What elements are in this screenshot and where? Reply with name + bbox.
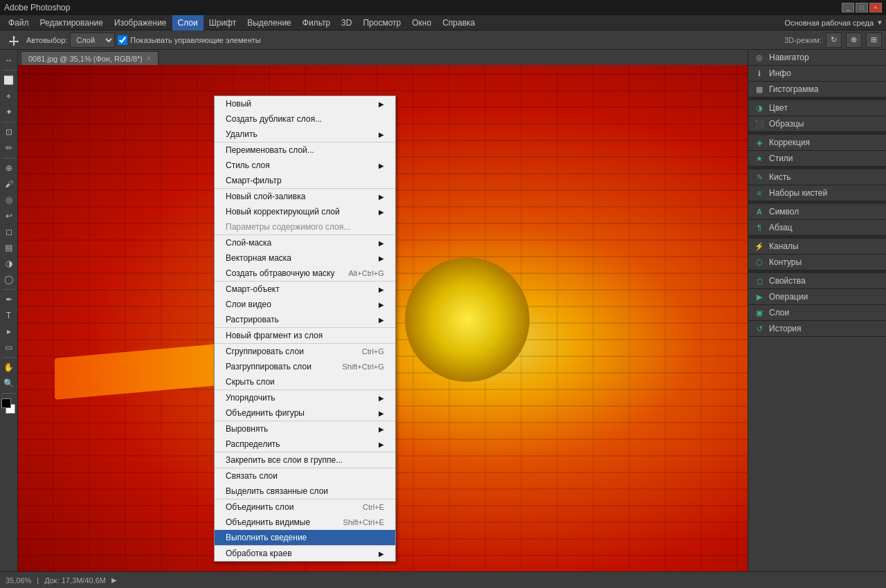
panel-header-paths[interactable]: ⬡ Контуры xyxy=(748,255,886,270)
transform-checkbox[interactable] xyxy=(118,35,127,45)
panel-header-brush-presets[interactable]: ≡ Наборы кистей xyxy=(748,185,886,201)
panel-section-swatches: ⬛ Образцы xyxy=(748,116,886,132)
tool-text[interactable]: T xyxy=(1,308,17,323)
tool-crop[interactable]: ⊡ xyxy=(1,125,17,140)
tool-path-select[interactable]: ▸ xyxy=(1,324,17,339)
close-button[interactable]: × xyxy=(869,3,882,12)
menu-item-align[interactable]: Выровнять ▶ xyxy=(215,421,395,437)
tab-close-button[interactable]: × xyxy=(147,55,151,62)
panel-header-actions[interactable]: ▶ Операции xyxy=(748,289,886,304)
menu-item-flatten[interactable]: Выполнить сведение xyxy=(215,530,395,545)
histogram-icon: ▦ xyxy=(754,84,765,95)
menu-item-duplicate[interactable]: Создать дубликат слоя... xyxy=(215,111,395,127)
menu-window[interactable]: Окно xyxy=(406,15,437,30)
menu-item-new[interactable]: Новый ▶ xyxy=(215,96,395,111)
menu-item-distribute[interactable]: Распределить ▶ xyxy=(215,437,395,452)
tool-move[interactable]: ↔ xyxy=(1,53,17,68)
canvas-tab-main[interactable]: 0081.jpg @ 35,1% (Фон, RGB/8*) × xyxy=(21,51,159,65)
menu-item-video-layers[interactable]: Слои видео ▶ xyxy=(215,297,395,312)
tool-marquee[interactable]: ⬜ xyxy=(1,73,17,88)
panel-header-color[interactable]: ◑ Цвет xyxy=(748,100,886,116)
menu-item-select-linked[interactable]: Выделить связанные слои xyxy=(215,484,395,499)
move-tool-options[interactable] xyxy=(4,33,24,48)
menu-item-rename[interactable]: Переименовать слой... xyxy=(215,143,395,158)
tool-lasso[interactable]: ⌖ xyxy=(1,89,17,104)
menu-item-merge-visible[interactable]: Объединить видимые Shift+Ctrl+E xyxy=(215,515,395,530)
menu-item-new-fill[interactable]: Новый слой-заливка ▶ xyxy=(215,189,395,204)
menu-item-matting[interactable]: Обработка краев ▶ xyxy=(215,546,395,561)
menu-item-video-layers-label: Слои видео xyxy=(226,300,271,309)
menu-item-vector-mask[interactable]: Векторная маска ▶ xyxy=(215,250,395,266)
tool-dodge[interactable]: ◯ xyxy=(1,272,17,287)
menu-item-smart-filter[interactable]: Смарт-фильтр xyxy=(215,173,395,188)
menu-item-hide-layers[interactable]: Скрыть слои xyxy=(215,374,395,389)
maximize-button[interactable]: □ xyxy=(856,3,868,12)
tool-hand[interactable]: ✋ xyxy=(1,360,17,375)
foreground-color[interactable] xyxy=(1,398,11,408)
panel-header-corrections[interactable]: ◈ Коррекция xyxy=(748,135,886,150)
panel-header-props[interactable]: ◻ Свойства xyxy=(748,273,886,288)
panel-header-layers[interactable]: ▣ Слои xyxy=(748,305,886,320)
menu-view[interactable]: Просмотр xyxy=(357,15,406,30)
menu-item-layer-style[interactable]: Стиль слоя ▶ xyxy=(215,158,395,173)
panel-header-channels[interactable]: ⚡ Каналы xyxy=(748,239,886,254)
tool-zoom[interactable]: 🔍 xyxy=(1,376,17,391)
menu-filter[interactable]: Фильтр xyxy=(297,15,336,30)
menu-item-link[interactable]: Связать слои xyxy=(215,468,395,484)
menu-item-new-adjust[interactable]: Новый корректирующий слой ▶ xyxy=(215,204,395,219)
menu-item-lock-all[interactable]: Закрепить все слои в группе... xyxy=(215,452,395,468)
workspace-arrow[interactable]: ▼ xyxy=(876,19,883,26)
para-label: Абзац xyxy=(769,223,793,232)
panel-header-histogram[interactable]: ▦ Гистограмма xyxy=(748,82,886,97)
menu-item-new-slice[interactable]: Новый фрагмент из слоя xyxy=(215,328,395,343)
menu-item-ungroup[interactable]: Разгруппировать слои Shift+Ctrl+G xyxy=(215,359,395,374)
menu-file[interactable]: Файл xyxy=(3,15,35,30)
3d-pan[interactable]: ⊕ xyxy=(846,33,862,48)
menu-overlay[interactable]: Новый ▶ Создать дубликат слоя... Удалить… xyxy=(18,65,748,571)
menu-layers[interactable]: Слои xyxy=(172,15,204,30)
menu-item-merge-visible-label: Объединить видимые xyxy=(226,517,310,527)
menu-image[interactable]: Изображение xyxy=(109,15,172,30)
menu-font[interactable]: Шрифт xyxy=(204,15,242,30)
menu-item-group-layers[interactable]: Сгруппировать слои Ctrl+G xyxy=(215,344,395,359)
tool-history-brush[interactable]: ↩ xyxy=(1,208,17,223)
menu-item-delete[interactable]: Удалить ▶ xyxy=(215,127,395,142)
menu-item-smart-object[interactable]: Смарт-объект ▶ xyxy=(215,282,395,297)
tool-magic-wand[interactable]: ✦ xyxy=(1,104,17,120)
menu-item-clipping-mask[interactable]: Создать обтравочную маску Alt+Ctrl+G xyxy=(215,266,395,281)
menu-edit[interactable]: Редактирование xyxy=(35,15,109,30)
corrections-icon: ◈ xyxy=(754,137,765,148)
menu-item-rasterize[interactable]: Растрировать ▶ xyxy=(215,312,395,327)
status-arrow-button[interactable]: ▶ xyxy=(111,576,117,584)
panel-header-info[interactable]: ℹ Инфо xyxy=(748,66,886,81)
menu-section-fill: Новый слой-заливка ▶ Новый корректирующи… xyxy=(215,189,395,235)
panel-header-history[interactable]: ↺ История xyxy=(748,321,886,336)
menu-help[interactable]: Справка xyxy=(437,15,480,30)
tool-gradient[interactable]: ▤ xyxy=(1,240,17,255)
panel-header-swatches[interactable]: ⬛ Образцы xyxy=(748,116,886,131)
3d-zoom[interactable]: ⊞ xyxy=(866,33,882,48)
menu-item-select-linked-label: Выделить связанные слои xyxy=(226,486,328,496)
tool-shape[interactable]: ▭ xyxy=(1,340,17,355)
3d-rotate[interactable]: ↻ xyxy=(826,33,842,48)
menu-item-layer-mask[interactable]: Слой-маска ▶ xyxy=(215,235,395,250)
panel-header-navigator[interactable]: ◎ Навигатор xyxy=(748,50,886,65)
menu-item-combine-shapes[interactable]: Объединить фигуры ▶ xyxy=(215,405,395,421)
tool-eyedropper[interactable]: ✏ xyxy=(1,140,17,156)
menu-select[interactable]: Выделение xyxy=(242,15,297,30)
tool-pen[interactable]: ✒ xyxy=(1,292,17,307)
tool-heal[interactable]: ⊕ xyxy=(1,160,17,176)
panel-header-brush[interactable]: ✎ Кисть xyxy=(748,169,886,185)
panel-header-styles[interactable]: ★ Стили xyxy=(748,151,886,166)
panel-header-char[interactable]: A Символ xyxy=(748,204,886,219)
tool-eraser[interactable]: ◻ xyxy=(1,224,17,239)
menu-3d[interactable]: 3D xyxy=(336,15,357,30)
tool-brush[interactable]: 🖌 xyxy=(1,176,17,192)
menu-item-merge-layers[interactable]: Объединить слои Ctrl+E xyxy=(215,499,395,515)
tool-blur[interactable]: ◑ xyxy=(1,256,17,271)
menu-item-arrange[interactable]: Упорядочить ▶ xyxy=(215,390,395,405)
minimize-button[interactable]: _ xyxy=(842,3,854,12)
tool-stamp[interactable]: ◎ xyxy=(1,192,17,208)
auto-select-dropdown[interactable]: Слой Группа xyxy=(70,33,115,48)
panel-header-para[interactable]: ¶ Абзац xyxy=(748,220,886,235)
